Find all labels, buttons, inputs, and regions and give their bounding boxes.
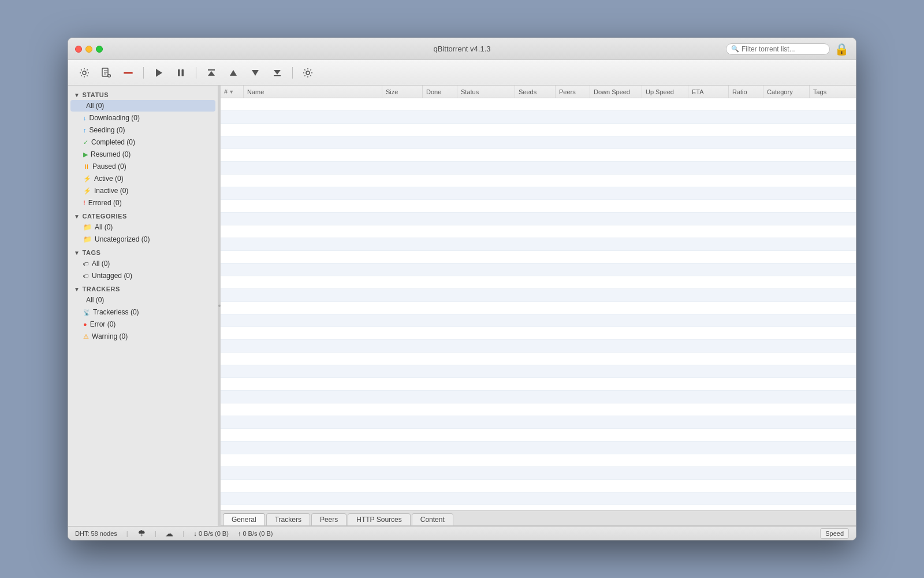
app-title: qBittorrent v4.1.3 (434, 45, 491, 53)
table-row[interactable] (221, 416, 856, 429)
sidebar-resize-handle[interactable] (218, 86, 221, 526)
table-row[interactable] (221, 238, 856, 251)
col-header-ratio[interactable]: Ratio (729, 86, 763, 98)
tab-peers[interactable]: Peers (311, 513, 346, 525)
col-header-down[interactable]: Down Speed (590, 86, 642, 98)
table-row[interactable] (221, 365, 856, 378)
sidebar-item-warning[interactable]: ⚠ Warning (0) (70, 331, 215, 342)
table-row[interactable] (221, 276, 856, 289)
sidebar-item-inactive[interactable]: ⚡ Inactive (0) (70, 185, 215, 197)
status-section-header[interactable]: ▼ STATUS (68, 88, 218, 99)
table-row[interactable] (221, 251, 856, 264)
table-row[interactable] (221, 429, 856, 442)
svg-point-0 (83, 71, 86, 75)
col-header-seeds[interactable]: Seeds (515, 86, 556, 98)
sidebar-item-tag-all[interactable]: 🏷 All (0) (70, 258, 215, 269)
sidebar-item-tracker-all-label: All (0) (86, 296, 104, 304)
sidebar-item-downloading[interactable]: ↓ Downloading (0) (70, 112, 215, 124)
table-row[interactable] (221, 200, 856, 213)
col-header-category[interactable]: Category (763, 86, 810, 98)
table-row[interactable] (221, 391, 856, 403)
resume-button[interactable] (150, 65, 168, 81)
trackers-section-header[interactable]: ▼ TRACKERS (68, 282, 218, 294)
col-done-label: Done (426, 88, 441, 95)
table-row[interactable] (221, 213, 856, 225)
table-row[interactable] (221, 492, 856, 505)
sidebar-item-all[interactable]: All (0) (70, 100, 215, 112)
table-row[interactable] (221, 480, 856, 492)
col-header-up[interactable]: Up Speed (642, 86, 688, 98)
fullscreen-button[interactable] (96, 46, 103, 53)
queue-top-button[interactable] (202, 65, 221, 81)
table-row[interactable] (221, 340, 856, 353)
sidebar-item-resumed[interactable]: ▶ Resumed (0) (70, 149, 215, 160)
col-header-eta[interactable]: ETA (688, 86, 729, 98)
queue-down-button[interactable] (246, 65, 264, 81)
col-header-done[interactable]: Done (423, 86, 457, 98)
tab-http-sources[interactable]: HTTP Sources (348, 513, 410, 525)
tab-content[interactable]: Content (412, 513, 453, 525)
table-row[interactable] (221, 175, 856, 187)
sidebar-item-errored[interactable]: ! Errored (0) (70, 197, 215, 209)
col-header-name[interactable]: Name (244, 86, 382, 98)
table-row[interactable] (221, 327, 856, 340)
sidebar-item-error[interactable]: ● Error (0) (70, 318, 215, 330)
col-header-status[interactable]: Status (457, 86, 515, 98)
table-row[interactable] (221, 454, 856, 467)
options-button[interactable] (75, 65, 94, 81)
sidebar-item-uncategorized[interactable]: 📁 Uncategorized (0) (70, 234, 215, 245)
table-row[interactable] (221, 505, 856, 510)
table-row[interactable] (221, 111, 856, 124)
sidebar-item-tracker-all[interactable]: All (0) (70, 294, 215, 306)
tab-general[interactable]: General (223, 513, 265, 525)
col-header-size[interactable]: Size (382, 86, 423, 98)
sidebar-item-all-label: All (0) (86, 102, 104, 110)
sidebar-item-trackerless[interactable]: 📡 Trackerless (0) (70, 306, 215, 318)
col-num-label: # (224, 88, 228, 95)
table-row[interactable] (221, 225, 856, 238)
sidebar-item-active[interactable]: ⚡ Active (0) (70, 173, 215, 184)
add-torrent-button[interactable] (97, 65, 116, 81)
table-row[interactable] (221, 162, 856, 175)
remove-button[interactable] (119, 65, 137, 81)
col-header-tags[interactable]: Tags (810, 86, 856, 98)
table-row[interactable] (221, 289, 856, 302)
filter-input[interactable] (742, 45, 822, 53)
categories-section-header[interactable]: ▼ CATEGORIES (68, 209, 218, 221)
pause-button[interactable] (172, 65, 190, 81)
traffic-lights (75, 46, 103, 53)
queue-bottom-button[interactable] (268, 65, 286, 81)
queue-up-button[interactable] (224, 65, 243, 81)
table-row[interactable] (221, 264, 856, 276)
errored-icon: ! (83, 199, 85, 206)
col-header-peers[interactable]: Peers (556, 86, 590, 98)
minimize-button[interactable] (85, 46, 92, 53)
sidebar: ▼ STATUS All (0) ↓ Downloading (0) ↑ See… (68, 86, 218, 526)
table-row[interactable] (221, 403, 856, 416)
sidebar-item-seeding[interactable]: ↑ Seeding (0) (70, 124, 215, 136)
table-row[interactable] (221, 124, 856, 136)
table-row[interactable] (221, 314, 856, 327)
table-row[interactable] (221, 136, 856, 149)
table-row[interactable] (221, 302, 856, 314)
table-row[interactable] (221, 378, 856, 391)
table-row[interactable] (221, 353, 856, 365)
tab-trackers[interactable]: Trackers (266, 513, 310, 525)
bottom-tabs: General Trackers Peers HTTP Sources Cont… (221, 511, 856, 526)
tags-label: TAGS (82, 249, 100, 256)
col-header-num[interactable]: # ▼ (221, 86, 244, 98)
tags-section-header[interactable]: ▼ TAGS (68, 246, 218, 257)
table-row[interactable] (221, 442, 856, 454)
speed-button[interactable]: Speed (820, 528, 849, 539)
table-row[interactable] (221, 98, 856, 111)
sidebar-item-untagged[interactable]: 🏷 Untagged (0) (70, 270, 215, 281)
preferences-button[interactable] (299, 65, 317, 81)
lock-icon[interactable]: 🔒 (834, 42, 849, 56)
table-row[interactable] (221, 187, 856, 200)
table-row[interactable] (221, 467, 856, 480)
sidebar-item-cat-all[interactable]: 📁 All (0) (70, 221, 215, 233)
sidebar-item-paused[interactable]: ⏸ Paused (0) (70, 161, 215, 172)
table-row[interactable] (221, 149, 856, 162)
close-button[interactable] (75, 46, 82, 53)
sidebar-item-completed[interactable]: ✓ Completed (0) (70, 136, 215, 148)
